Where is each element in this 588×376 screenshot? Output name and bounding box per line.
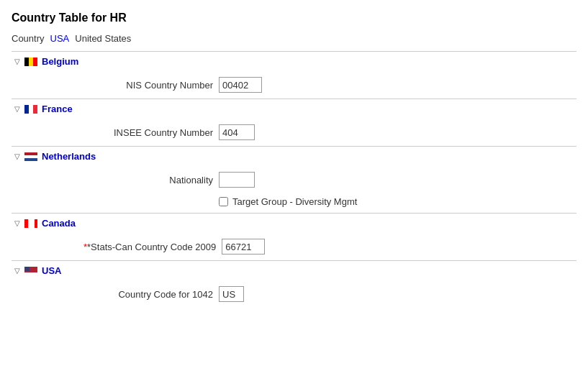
field-label-netherlands-0: Nationality <box>83 175 213 185</box>
field-input-france-0[interactable] <box>219 124 255 140</box>
section-header-canada[interactable]: ▽Canada <box>12 214 576 233</box>
section-header-france[interactable]: ▽France <box>12 99 576 119</box>
section-canada: ▽Canada*Stats-Can Country Code 2009 <box>12 213 576 260</box>
chevron-down-icon[interactable]: ▽ <box>14 152 20 160</box>
breadcrumb-label: Country <box>12 33 45 44</box>
field-label-belgium-0: NIS Country Number <box>83 80 213 91</box>
flag-be-icon <box>24 58 37 66</box>
breadcrumb-name: United States <box>75 33 131 44</box>
flag-fr-icon <box>24 105 37 114</box>
section-title-belgium: Belgium <box>42 56 78 67</box>
flag-usa-icon <box>24 267 37 275</box>
field-row-canada-0: *Stats-Can Country Code 2009 <box>12 233 576 260</box>
section-usa: ▽USACountry Code for 1042 <box>12 260 576 308</box>
section-header-netherlands[interactable]: ▽Netherlands <box>12 147 576 166</box>
field-label-canada-0: *Stats-Can Country Code 2009 <box>83 242 216 252</box>
sections-container: ▽BelgiumNIS Country Number▽FranceINSEE C… <box>12 51 576 308</box>
flag-ca-icon <box>24 219 37 228</box>
section-belgium: ▽BelgiumNIS Country Number <box>12 51 576 98</box>
section-france: ▽FranceINSEE Country Number <box>12 98 576 146</box>
checkbox-row-netherlands-0: Target Group - Diversity Mgmt <box>12 193 576 213</box>
field-row-netherlands-0: Nationality <box>12 166 576 193</box>
field-input-belgium-0[interactable] <box>219 77 262 93</box>
checkbox-label-netherlands-0: Target Group - Diversity Mgmt <box>232 196 357 207</box>
chevron-down-icon[interactable]: ▽ <box>14 105 20 113</box>
breadcrumb: Country USA United States <box>12 33 576 44</box>
page-title: Country Table for HR <box>12 12 576 24</box>
field-row-belgium-0: NIS Country Number <box>12 71 576 98</box>
field-input-netherlands-0[interactable] <box>219 172 255 188</box>
section-title-france: France <box>42 104 73 114</box>
field-row-france-0: INSEE Country Number <box>12 119 576 146</box>
section-title-netherlands: Netherlands <box>42 151 96 162</box>
section-header-usa[interactable]: ▽USA <box>12 261 576 280</box>
chevron-down-icon[interactable]: ▽ <box>14 219 20 227</box>
field-label-usa-0: Country Code for 1042 <box>83 289 213 300</box>
section-title-usa: USA <box>42 265 61 276</box>
section-header-belgium[interactable]: ▽Belgium <box>12 52 576 71</box>
field-input-usa-0[interactable] <box>219 286 244 302</box>
section-title-canada: Canada <box>42 218 76 229</box>
chevron-down-icon[interactable]: ▽ <box>14 58 20 65</box>
field-input-canada-0[interactable] <box>222 239 265 255</box>
field-label-france-0: INSEE Country Number <box>83 127 213 138</box>
section-netherlands: ▽NetherlandsNationalityTarget Group - Di… <box>12 146 576 213</box>
breadcrumb-code[interactable]: USA <box>50 33 70 44</box>
flag-nl-icon <box>24 152 37 161</box>
checkbox-netherlands-0[interactable] <box>219 197 228 206</box>
chevron-down-icon[interactable]: ▽ <box>14 267 20 275</box>
field-row-usa-0: Country Code for 1042 <box>12 280 576 308</box>
